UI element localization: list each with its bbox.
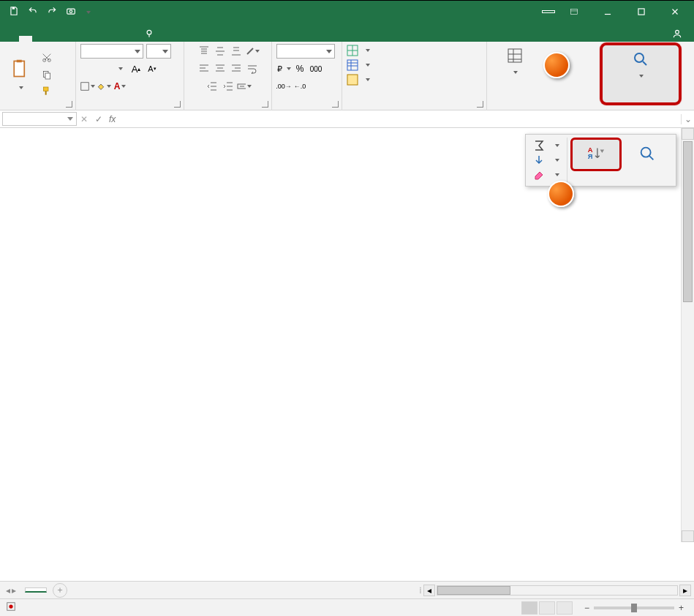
editing-button[interactable] [607, 48, 674, 83]
svg-rect-12 [45, 73, 50, 79]
name-box[interactable] [2, 112, 77, 126]
tab-formulas[interactable] [59, 36, 72, 42]
find-select-button[interactable] [622, 138, 673, 171]
svg-rect-18 [347, 60, 358, 70]
expand-formula-icon[interactable]: ⌄ [681, 114, 694, 124]
view-pagebreak-icon[interactable] [557, 601, 573, 615]
svg-rect-3 [570, 10, 577, 15]
login-button[interactable] [542, 10, 555, 13]
save-icon[interactable] [9, 6, 19, 18]
tab-developer[interactable] [111, 36, 124, 42]
tab-file[interactable] [6, 36, 19, 42]
decrease-indent-icon[interactable] [205, 79, 219, 94]
conditional-formatting-button[interactable] [347, 44, 370, 57]
fx-icon[interactable]: fx [106, 114, 121, 124]
align-right-icon[interactable] [229, 61, 244, 76]
paste-button[interactable] [4, 59, 37, 92]
tell-me[interactable] [137, 26, 164, 42]
tab-review[interactable] [85, 36, 98, 42]
svg-text:Я: Я [588, 153, 593, 160]
decrease-decimal-icon[interactable]: ←.0 [293, 79, 307, 94]
formatpainter-icon[interactable] [41, 86, 53, 99]
orientation-icon[interactable] [245, 44, 260, 59]
increase-decimal-icon[interactable]: .00→ [276, 79, 291, 94]
sort-filter-button[interactable]: АЯ [570, 138, 622, 171]
enter-icon[interactable]: ✓ [91, 114, 106, 124]
increase-indent-icon[interactable] [221, 79, 235, 94]
fill-color-icon[interactable] [97, 79, 111, 94]
increase-font-icon[interactable]: A▴ [129, 61, 143, 76]
tab-view[interactable] [98, 36, 111, 42]
font-size-select[interactable] [146, 44, 171, 59]
align-left-icon[interactable] [197, 61, 211, 76]
zoom-in-icon[interactable]: + [679, 603, 684, 613]
horizontal-scrollbar[interactable]: ⁞ ◂ ▸ [67, 585, 694, 596]
comma-icon[interactable]: 000 [309, 61, 323, 76]
font-color-icon[interactable]: A [113, 79, 127, 94]
scroll-down-icon[interactable] [682, 530, 694, 542]
tab-help[interactable] [124, 36, 137, 42]
borders-icon[interactable] [80, 79, 95, 94]
svg-rect-13 [43, 87, 48, 91]
number-format-select[interactable] [276, 44, 335, 59]
title-bar [0, 1, 694, 23]
ribbon-options-icon[interactable] [559, 1, 589, 22]
qat-dropdown-icon[interactable] [85, 7, 91, 17]
percent-icon[interactable]: % [293, 61, 307, 76]
view-pagelayout-icon[interactable] [539, 601, 555, 615]
group-number: ₽ % 000 .00→ ←.0 [272, 42, 342, 110]
font-name-select[interactable] [80, 44, 143, 59]
worksheet-grid[interactable] [0, 128, 694, 542]
cancel-icon[interactable]: ✕ [77, 114, 91, 124]
formula-input[interactable] [121, 112, 681, 126]
zoom-out-icon[interactable]: − [584, 603, 589, 613]
merge-center-icon[interactable] [237, 79, 252, 94]
tab-insert[interactable] [32, 36, 45, 42]
status-bar: − + [0, 598, 694, 616]
share-button[interactable] [663, 26, 694, 42]
wrap-text-icon[interactable] [245, 61, 260, 76]
vertical-scrollbar[interactable] [681, 128, 694, 542]
align-bottom-icon[interactable] [229, 44, 244, 59]
zoom-slider[interactable] [594, 606, 674, 609]
autosum-button[interactable] [532, 139, 561, 152]
cell-styles-button[interactable] [347, 73, 370, 86]
bold-button[interactable] [80, 61, 95, 76]
tab-pagelayout[interactable] [45, 36, 59, 42]
sheet-tab[interactable] [25, 587, 47, 593]
popup-group-label [570, 171, 673, 173]
svg-rect-20 [508, 49, 521, 62]
sheet-first-icon[interactable]: ◂ [6, 585, 10, 596]
camera-icon[interactable] [66, 6, 76, 18]
decrease-font-icon[interactable]: A▾ [145, 61, 159, 76]
clear-button[interactable] [532, 168, 561, 181]
copy-icon[interactable] [41, 69, 53, 83]
scroll-up-icon[interactable] [682, 128, 694, 140]
group-font-label [80, 107, 179, 110]
minimize-icon[interactable] [593, 1, 622, 22]
cut-icon[interactable] [41, 52, 53, 66]
tab-home[interactable] [19, 36, 32, 42]
underline-button[interactable] [113, 61, 127, 76]
view-normal-icon[interactable] [521, 601, 538, 615]
hscroll-thumb[interactable] [437, 586, 510, 595]
redo-icon[interactable] [47, 6, 57, 18]
scroll-right-icon[interactable]: ▸ [679, 585, 691, 596]
currency-icon[interactable]: ₽ [276, 61, 291, 76]
vscroll-thumb[interactable] [683, 141, 693, 302]
align-top-icon[interactable] [197, 44, 211, 59]
sheet-last-icon[interactable]: ▸ [12, 585, 16, 596]
fill-button[interactable] [532, 154, 561, 167]
maximize-icon[interactable] [627, 1, 656, 22]
record-macro-icon[interactable] [6, 601, 16, 614]
undo-icon[interactable] [28, 6, 38, 18]
cells-button[interactable] [491, 44, 538, 79]
close-icon[interactable] [660, 1, 690, 22]
italic-button[interactable] [97, 61, 111, 76]
align-center-icon[interactable] [213, 61, 227, 76]
scroll-left-icon[interactable]: ◂ [423, 585, 435, 596]
format-as-table-button[interactable] [347, 59, 370, 72]
align-middle-icon[interactable] [213, 44, 227, 59]
tab-data[interactable] [72, 36, 85, 42]
add-sheet-icon[interactable]: ＋ [53, 583, 67, 598]
